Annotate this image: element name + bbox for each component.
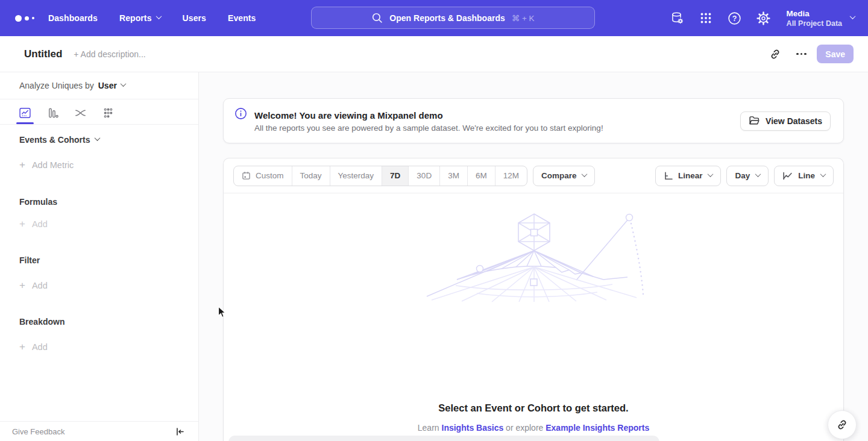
range-custom[interactable]: Custom <box>234 166 292 186</box>
tab-flow-chart[interactable] <box>72 104 89 121</box>
line-chart-icon <box>782 171 793 181</box>
section-title: Filter <box>19 255 40 265</box>
range-label: Custom <box>256 171 284 180</box>
hint-text: or explore <box>506 423 543 433</box>
plus-icon: + <box>19 343 25 351</box>
add-metric-button[interactable]: + Add Metric <box>19 160 74 170</box>
nav-item-events[interactable]: Events <box>228 8 256 28</box>
add-formula-label: Add <box>32 219 48 229</box>
range-yesterday[interactable]: Yesterday <box>330 166 383 186</box>
compare-label: Compare <box>541 171 577 180</box>
banner-title: Welcome! You are viewing a Mixpanel demo <box>254 110 740 120</box>
nav-item-label: Reports <box>119 13 152 23</box>
example-reports-link[interactable]: Example Insights Reports <box>546 423 649 433</box>
chart-type-dropdown[interactable]: Line <box>774 166 834 186</box>
range-label: 30D <box>417 171 432 180</box>
empty-state: Select an Event or Cohort to get started… <box>224 193 843 441</box>
insights-report-card: Custom Today Yesterday 7D 30D 3M 6M 12M … <box>223 158 844 441</box>
section-title: Breakdown <box>19 317 64 327</box>
analyze-label: Analyze Uniques by <box>19 81 94 90</box>
nav-item-label: Dashboards <box>48 13 98 23</box>
add-filter-label: Add <box>32 281 48 290</box>
nav-item-label: Users <box>183 13 206 23</box>
search-placeholder: Open Reports & Dashboards <box>389 13 505 23</box>
add-breakdown-button[interactable]: + Add <box>19 342 48 352</box>
insights-basics-link[interactable]: Insights Basics <box>442 423 504 433</box>
add-description-field[interactable]: + Add description... <box>74 49 145 59</box>
nav-item-label: Events <box>228 13 256 23</box>
add-breakdown-label: Add <box>32 342 48 352</box>
chevron-down-icon <box>850 13 856 19</box>
collapse-sidebar-icon[interactable] <box>175 427 185 437</box>
active-tab-indicator <box>16 122 34 124</box>
link-icon <box>836 419 848 431</box>
report-header-actions: Save <box>765 44 854 64</box>
chevron-down-icon <box>156 13 162 19</box>
top-navigation-bar: Dashboards Reports Users Events Open Rep… <box>0 0 868 36</box>
copy-link-icon[interactable] <box>765 44 785 64</box>
range-label: 7D <box>390 171 400 180</box>
scale-label: Linear <box>678 171 703 180</box>
add-filter-button[interactable]: + Add <box>19 281 48 290</box>
query-builder-sidebar: Analyze Uniques by User <box>0 72 199 441</box>
give-feedback-link[interactable]: Give Feedback <box>12 427 64 436</box>
add-metric-label: Add Metric <box>32 160 74 170</box>
range-today[interactable]: Today <box>292 166 330 186</box>
range-7d[interactable]: 7D <box>382 166 409 186</box>
nav-item-users[interactable]: Users <box>183 8 206 28</box>
banner-text: Welcome! You are viewing a Mixpanel demo… <box>254 109 740 133</box>
chart-type-tabs <box>0 99 198 125</box>
nav-item-reports[interactable]: Reports <box>119 8 161 28</box>
nav-right-controls: ? Media All Project Data <box>656 0 868 36</box>
tab-metrics-grid[interactable] <box>99 104 116 121</box>
results-table-peek <box>228 436 659 441</box>
analyze-entity-dropdown[interactable]: User <box>98 81 125 90</box>
tab-insights-line[interactable] <box>16 104 33 121</box>
chevron-down-icon <box>820 171 826 177</box>
project-switcher[interactable]: Media All Project Data <box>787 8 855 28</box>
chevron-down-icon <box>755 171 761 177</box>
section-filter: Filter <box>19 255 40 265</box>
mixpanel-logo[interactable] <box>15 15 37 22</box>
banner-subtitle: All the reports you see are powered by a… <box>254 124 740 133</box>
range-30d[interactable]: 30D <box>409 166 440 186</box>
compare-dropdown[interactable]: Compare <box>533 166 596 186</box>
settings-gear-icon[interactable] <box>756 11 771 26</box>
range-12m[interactable]: 12M <box>495 166 527 186</box>
folder-icon <box>749 116 760 126</box>
search-icon <box>371 12 383 23</box>
data-management-icon[interactable] <box>670 11 685 26</box>
tab-bar-chart[interactable] <box>44 104 61 121</box>
range-label: 12M <box>503 171 519 180</box>
add-formula-button[interactable]: + Add <box>19 219 48 229</box>
apps-grid-icon[interactable] <box>699 11 713 25</box>
primary-nav-links: Dashboards Reports Users Events <box>48 8 277 28</box>
more-options-icon[interactable] <box>791 44 811 64</box>
section-events-cohorts[interactable]: Events & Cohorts <box>19 135 99 145</box>
empty-state-illustration <box>420 206 649 302</box>
range-label: Yesterday <box>338 171 374 180</box>
analyze-entity-value: User <box>98 81 117 90</box>
report-title[interactable]: Untitled <box>24 48 62 60</box>
section-breakdown: Breakdown <box>19 317 64 327</box>
range-label: Today <box>300 171 322 180</box>
chevron-down-icon <box>120 81 126 87</box>
save-button[interactable]: Save <box>817 45 854 63</box>
section-title: Events & Cohorts <box>19 135 90 145</box>
project-name: Media <box>787 8 842 19</box>
chart-type-label: Line <box>798 171 815 180</box>
nav-item-dashboards[interactable]: Dashboards <box>48 8 98 28</box>
help-icon[interactable]: ? <box>727 11 742 26</box>
global-search-bar[interactable]: Open Reports & Dashboards ⌘ + K <box>311 7 595 29</box>
sidebar-footer: Give Feedback <box>0 421 198 441</box>
view-datasets-button[interactable]: View Datasets <box>740 111 831 131</box>
view-datasets-label: View Datasets <box>766 116 822 126</box>
scale-dropdown[interactable]: Linear <box>655 166 722 186</box>
interval-label: Day <box>735 171 750 180</box>
range-6m[interactable]: 6M <box>468 166 495 186</box>
share-link-fab[interactable] <box>828 410 857 439</box>
interval-dropdown[interactable]: Day <box>726 166 769 186</box>
range-3m[interactable]: 3M <box>440 166 468 186</box>
range-label: 6M <box>476 171 487 180</box>
plus-icon: + <box>19 220 25 228</box>
